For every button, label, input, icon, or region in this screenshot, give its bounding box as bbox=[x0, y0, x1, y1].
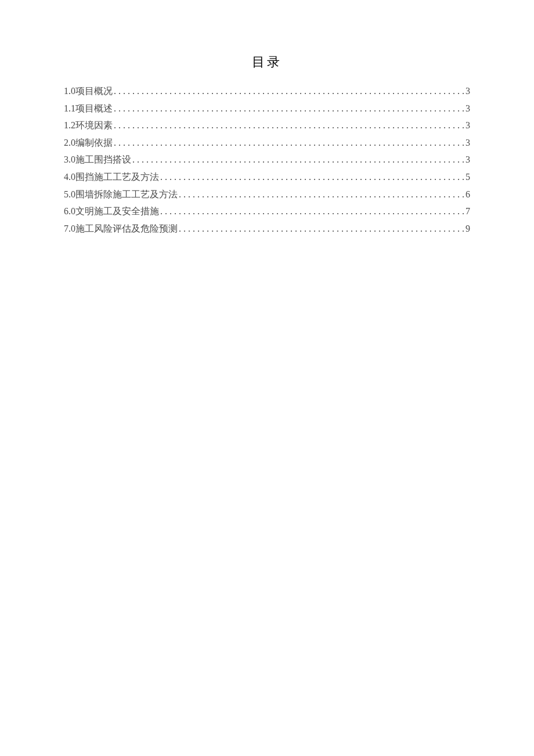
toc-entry-label: 1.0项目概况 bbox=[64, 82, 113, 100]
toc-entry-label: 4.0围挡施工工艺及方法 bbox=[64, 168, 159, 186]
toc-entry[interactable]: 1.0项目概况3 bbox=[64, 82, 470, 100]
toc-leader-dots bbox=[179, 220, 464, 237]
toc-entry-page: 3 bbox=[466, 151, 470, 168]
toc-entry[interactable]: 6.0文明施工及安全措施7 bbox=[64, 203, 470, 220]
toc-leader-dots bbox=[114, 100, 464, 117]
toc-entry-page: 3 bbox=[466, 134, 470, 152]
toc-entry-label: 3.0施工围挡搭设 bbox=[64, 151, 131, 168]
toc-entry-page: 3 bbox=[466, 117, 470, 134]
toc-entry-label: 7.0施工风险评估及危险预测 bbox=[64, 220, 178, 237]
toc-leader-dots bbox=[114, 82, 464, 100]
toc-entry-page: 3 bbox=[466, 100, 470, 117]
toc-leader-dots bbox=[160, 203, 464, 220]
toc-entry[interactable]: 5.0围墙拆除施工工艺及方法6 bbox=[64, 186, 470, 203]
toc-entry-page: 7 bbox=[466, 203, 470, 220]
toc-entry[interactable]: 1.1项目概述3 bbox=[64, 100, 470, 117]
toc-entry[interactable]: 4.0围挡施工工艺及方法5 bbox=[64, 168, 470, 186]
toc-entry-page: 5 bbox=[466, 168, 470, 186]
toc-leader-dots bbox=[132, 151, 464, 168]
toc-entry[interactable]: 7.0施工风险评估及危险预测9 bbox=[64, 220, 470, 237]
toc-entry[interactable]: 2.0编制依据3 bbox=[64, 134, 470, 152]
toc-list: 1.0项目概况31.1项目概述31.2环境因素32.0编制依据33.0施工围挡搭… bbox=[64, 82, 470, 237]
toc-leader-dots bbox=[179, 186, 464, 203]
toc-entry-page: 6 bbox=[466, 186, 470, 203]
toc-entry-page: 3 bbox=[466, 82, 470, 100]
toc-leader-dots bbox=[114, 117, 464, 134]
page-content: 目录 1.0项目概况31.1项目概述31.2环境因素32.0编制依据33.0施工… bbox=[64, 53, 470, 237]
toc-leader-dots bbox=[160, 168, 464, 186]
toc-title: 目录 bbox=[64, 53, 470, 71]
toc-entry-label: 1.2环境因素 bbox=[64, 117, 113, 134]
toc-entry-label: 2.0编制依据 bbox=[64, 134, 113, 152]
toc-entry-page: 9 bbox=[466, 220, 470, 237]
toc-entry-label: 6.0文明施工及安全措施 bbox=[64, 203, 159, 220]
toc-entry[interactable]: 1.2环境因素3 bbox=[64, 117, 470, 134]
toc-entry-label: 5.0围墙拆除施工工艺及方法 bbox=[64, 186, 178, 203]
toc-entry-label: 1.1项目概述 bbox=[64, 100, 113, 117]
toc-leader-dots bbox=[114, 134, 464, 152]
toc-entry[interactable]: 3.0施工围挡搭设3 bbox=[64, 151, 470, 168]
